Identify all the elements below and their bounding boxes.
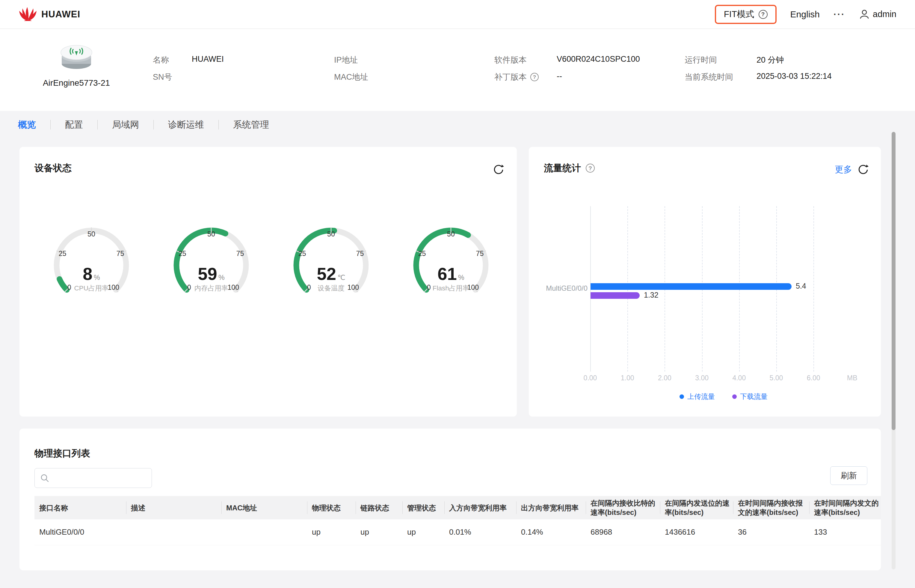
x-tick-label: 5.00	[763, 374, 790, 382]
huawei-flower-icon	[19, 7, 37, 22]
column-header: 管理状态	[402, 496, 444, 519]
svg-text:100: 100	[347, 284, 359, 292]
column-header: 在间隔内发送位的速率(bits/sec)	[660, 496, 733, 519]
tab-separator	[218, 120, 219, 129]
svg-text:0: 0	[427, 284, 431, 292]
column-header: 物理状态	[307, 496, 356, 519]
field-label-ip: IP地址	[334, 55, 358, 65]
huawei-logo: HUAWEI	[19, 7, 80, 22]
gauge-设备温度: 0 25 50 75 100 52℃ 设备温度	[287, 222, 374, 309]
svg-text:0: 0	[307, 284, 311, 292]
svg-text:50: 50	[327, 230, 335, 238]
svg-text:75: 75	[236, 250, 244, 257]
physical-interface-panel: 物理接口列表 刷新 接口名称描述MAC地址物理状态链路状态管理状态入方向带宽利用…	[19, 428, 881, 570]
upload-bar	[591, 283, 792, 290]
fit-mode-help-icon[interactable]: ?	[758, 10, 768, 19]
table-header-row: 接口名称描述MAC地址物理状态链路状态管理状态入方向带宽利用率出方向带宽利用率在…	[34, 496, 881, 519]
fit-mode-button[interactable]: FIT模式 ?	[715, 5, 776, 24]
field-value-sw-version: V600R024C10SPC100	[557, 55, 640, 64]
chart-gridline	[813, 206, 814, 372]
brand-name: HUAWEI	[41, 9, 80, 20]
legend-dot	[732, 394, 737, 399]
field-value-uptime: 20 分钟	[757, 55, 784, 65]
patch-help-icon[interactable]: ?	[530, 73, 539, 81]
user-icon	[859, 9, 870, 20]
bar-value-label: 1.32	[644, 291, 658, 299]
language-switch[interactable]: English	[790, 9, 820, 19]
traffic-stats-panel: 流量统计 ? 更多 0.001.002.003.004.005.006.00MB…	[529, 147, 881, 417]
interface-list-title: 物理接口列表	[34, 447, 90, 460]
table-cell: 1436616	[660, 519, 733, 545]
user-menu[interactable]: admin	[859, 9, 896, 20]
tab-separator	[153, 120, 154, 129]
svg-text:内存占用率: 内存占用率	[194, 284, 228, 292]
svg-text:25: 25	[418, 250, 426, 257]
table-cell: 68968	[586, 519, 660, 545]
svg-text:61%: 61%	[437, 264, 464, 284]
svg-text:25: 25	[299, 250, 306, 257]
field-value-patch-version: --	[557, 72, 562, 81]
svg-text:Flash占用率: Flash占用率	[432, 284, 469, 292]
column-header: 接口名称	[34, 496, 126, 519]
field-label-patch-version: 补丁版本 ?	[494, 72, 539, 82]
device-status-title: 设备状态	[34, 162, 72, 174]
tab-局域网[interactable]: 局域网	[112, 119, 139, 131]
category-label: MultiGE0/0/0	[529, 280, 587, 297]
page-scrollbar-thumb[interactable]	[892, 132, 896, 430]
column-header: 在时间间隔内接收报文的速率(bits/sec)	[733, 496, 809, 519]
tab-系统管理[interactable]: 系统管理	[233, 119, 269, 131]
field-label-sw-version: 软件版本	[494, 55, 527, 65]
refresh-icon[interactable]	[493, 164, 504, 175]
svg-text:50: 50	[447, 230, 455, 238]
table-cell: up	[356, 519, 402, 545]
svg-text:CPU占用率: CPU占用率	[74, 284, 109, 292]
table-cell: MultiGE0/0/0	[34, 519, 126, 545]
bar-value-label: 5.4	[796, 282, 806, 291]
column-header: 在间隔内接收比特的速率(bits/sec)	[586, 496, 660, 519]
tab-separator	[97, 120, 98, 129]
more-menu-icon[interactable]: ···	[834, 9, 845, 19]
x-tick-label: 3.00	[689, 374, 715, 382]
device-model: AirEngine5773-21	[36, 78, 117, 88]
tab-概览[interactable]: 概览	[18, 119, 36, 131]
column-header: 出方向带宽利用率	[516, 496, 586, 519]
table-cell: 0.14%	[516, 519, 586, 545]
legend-item-下载流量[interactable]: 下载流量	[732, 392, 768, 401]
svg-text:设备温度: 设备温度	[318, 284, 345, 292]
access-point-image	[54, 38, 99, 74]
chart-legend: 上传流量 下载流量	[631, 392, 817, 401]
interface-table: 接口名称描述MAC地址物理状态链路状态管理状态入方向带宽利用率出方向带宽利用率在…	[34, 496, 881, 546]
table-cell	[221, 519, 307, 545]
legend-dot	[679, 394, 684, 399]
svg-text:75: 75	[356, 250, 364, 257]
table-cell: up	[402, 519, 444, 545]
tab-诊断运维[interactable]: 诊断运维	[168, 119, 204, 131]
column-header: 链路状态	[356, 496, 402, 519]
search-input[interactable]	[34, 468, 152, 488]
svg-text:50: 50	[207, 230, 215, 238]
gauge-row: 0 25 50 75 100 8% CPU占用率 0 25 50 75 100 …	[19, 222, 517, 312]
x-tick-label: 0.00	[577, 374, 604, 382]
x-tick-label: 2.00	[651, 374, 678, 382]
field-label-system-time: 当前系统时间	[684, 72, 733, 82]
device-visual: AirEngine5773-21	[36, 38, 117, 88]
table-row: MultiGE0/0/0upupup0.01%0.14%689681436616…	[34, 519, 881, 545]
field-label-name: 名称	[153, 55, 169, 65]
table-cell: 0.01%	[444, 519, 516, 545]
interface-search	[34, 468, 152, 488]
column-header: 入方向带宽利用率	[444, 496, 516, 519]
tab-配置[interactable]: 配置	[65, 119, 83, 131]
field-label-mac: MAC地址	[334, 72, 368, 82]
svg-text:25: 25	[179, 250, 186, 257]
field-value-system-time: 2025-03-03 15:22:14	[757, 72, 832, 81]
legend-item-上传流量[interactable]: 上传流量	[679, 392, 715, 401]
svg-text:100: 100	[228, 284, 239, 292]
table-refresh-button[interactable]: 刷新	[830, 466, 867, 485]
field-label-uptime: 运行时间	[684, 55, 717, 65]
table-cell: 36	[733, 519, 809, 545]
svg-text:100: 100	[108, 284, 119, 292]
main-nav-tabs: 概览配置局域网诊断运维系统管理	[0, 111, 915, 139]
x-tick-label: 4.00	[726, 374, 753, 382]
tab-separator	[50, 120, 51, 129]
svg-text:75: 75	[116, 250, 124, 257]
